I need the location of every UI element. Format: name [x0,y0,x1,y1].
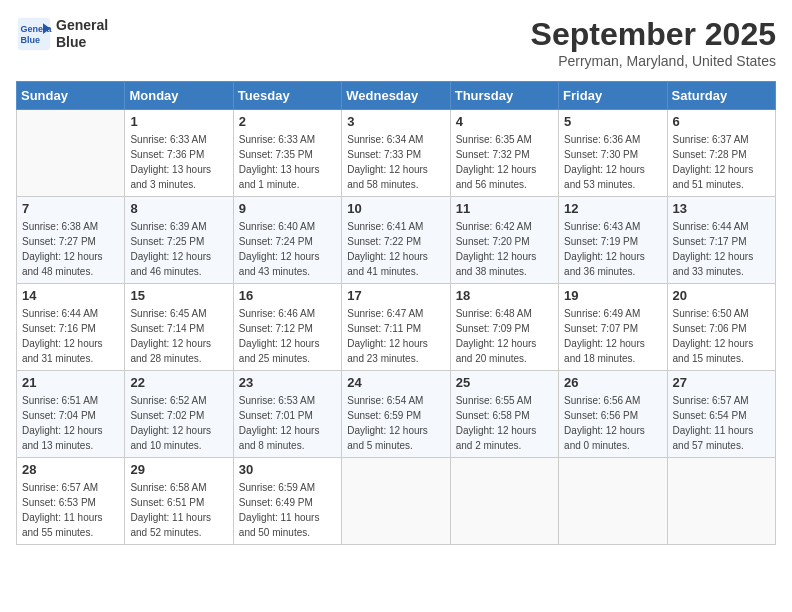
day-info: Sunrise: 6:50 AMSunset: 7:06 PMDaylight:… [673,306,770,366]
calendar-day-cell: 2Sunrise: 6:33 AMSunset: 7:35 PMDaylight… [233,110,341,197]
day-info: Sunrise: 6:39 AMSunset: 7:25 PMDaylight:… [130,219,227,279]
calendar-day-header: Sunday [17,82,125,110]
day-info: Sunrise: 6:54 AMSunset: 6:59 PMDaylight:… [347,393,444,453]
calendar-day-cell: 9Sunrise: 6:40 AMSunset: 7:24 PMDaylight… [233,197,341,284]
day-number: 17 [347,288,444,303]
calendar-day-cell: 23Sunrise: 6:53 AMSunset: 7:01 PMDayligh… [233,371,341,458]
day-number: 6 [673,114,770,129]
day-info: Sunrise: 6:43 AMSunset: 7:19 PMDaylight:… [564,219,661,279]
calendar-day-header: Monday [125,82,233,110]
day-info: Sunrise: 6:59 AMSunset: 6:49 PMDaylight:… [239,480,336,540]
calendar-day-cell: 24Sunrise: 6:54 AMSunset: 6:59 PMDayligh… [342,371,450,458]
calendar-day-header: Friday [559,82,667,110]
day-info: Sunrise: 6:36 AMSunset: 7:30 PMDaylight:… [564,132,661,192]
title-block: September 2025 Perryman, Maryland, Unite… [531,16,776,69]
calendar-table: SundayMondayTuesdayWednesdayThursdayFrid… [16,81,776,545]
calendar-day-header: Saturday [667,82,775,110]
calendar-day-cell: 27Sunrise: 6:57 AMSunset: 6:54 PMDayligh… [667,371,775,458]
logo: General Blue General Blue [16,16,108,52]
day-number: 22 [130,375,227,390]
calendar-week-row: 7Sunrise: 6:38 AMSunset: 7:27 PMDaylight… [17,197,776,284]
day-info: Sunrise: 6:42 AMSunset: 7:20 PMDaylight:… [456,219,553,279]
day-number: 14 [22,288,119,303]
calendar-week-row: 1Sunrise: 6:33 AMSunset: 7:36 PMDaylight… [17,110,776,197]
calendar-day-cell: 14Sunrise: 6:44 AMSunset: 7:16 PMDayligh… [17,284,125,371]
logo-text: General Blue [56,17,108,51]
day-info: Sunrise: 6:57 AMSunset: 6:54 PMDaylight:… [673,393,770,453]
day-number: 30 [239,462,336,477]
day-info: Sunrise: 6:44 AMSunset: 7:16 PMDaylight:… [22,306,119,366]
day-number: 23 [239,375,336,390]
day-info: Sunrise: 6:45 AMSunset: 7:14 PMDaylight:… [130,306,227,366]
calendar-day-cell [17,110,125,197]
day-info: Sunrise: 6:49 AMSunset: 7:07 PMDaylight:… [564,306,661,366]
calendar-day-cell: 30Sunrise: 6:59 AMSunset: 6:49 PMDayligh… [233,458,341,545]
day-number: 5 [564,114,661,129]
calendar-day-cell: 6Sunrise: 6:37 AMSunset: 7:28 PMDaylight… [667,110,775,197]
day-info: Sunrise: 6:35 AMSunset: 7:32 PMDaylight:… [456,132,553,192]
day-number: 21 [22,375,119,390]
day-info: Sunrise: 6:37 AMSunset: 7:28 PMDaylight:… [673,132,770,192]
logo-icon: General Blue [16,16,52,52]
day-number: 2 [239,114,336,129]
day-number: 18 [456,288,553,303]
day-number: 11 [456,201,553,216]
day-number: 12 [564,201,661,216]
day-info: Sunrise: 6:56 AMSunset: 6:56 PMDaylight:… [564,393,661,453]
calendar-week-row: 28Sunrise: 6:57 AMSunset: 6:53 PMDayligh… [17,458,776,545]
calendar-day-cell: 1Sunrise: 6:33 AMSunset: 7:36 PMDaylight… [125,110,233,197]
day-info: Sunrise: 6:41 AMSunset: 7:22 PMDaylight:… [347,219,444,279]
day-info: Sunrise: 6:44 AMSunset: 7:17 PMDaylight:… [673,219,770,279]
calendar-day-cell: 19Sunrise: 6:49 AMSunset: 7:07 PMDayligh… [559,284,667,371]
day-info: Sunrise: 6:46 AMSunset: 7:12 PMDaylight:… [239,306,336,366]
calendar-day-cell: 26Sunrise: 6:56 AMSunset: 6:56 PMDayligh… [559,371,667,458]
day-number: 8 [130,201,227,216]
day-number: 26 [564,375,661,390]
day-info: Sunrise: 6:33 AMSunset: 7:36 PMDaylight:… [130,132,227,192]
calendar-day-cell: 5Sunrise: 6:36 AMSunset: 7:30 PMDaylight… [559,110,667,197]
calendar-day-cell [450,458,558,545]
day-number: 24 [347,375,444,390]
calendar-day-cell: 28Sunrise: 6:57 AMSunset: 6:53 PMDayligh… [17,458,125,545]
month-title: September 2025 [531,16,776,53]
calendar-day-cell: 11Sunrise: 6:42 AMSunset: 7:20 PMDayligh… [450,197,558,284]
svg-text:Blue: Blue [21,35,41,45]
day-number: 1 [130,114,227,129]
day-info: Sunrise: 6:48 AMSunset: 7:09 PMDaylight:… [456,306,553,366]
day-info: Sunrise: 6:33 AMSunset: 7:35 PMDaylight:… [239,132,336,192]
day-number: 19 [564,288,661,303]
calendar-week-row: 21Sunrise: 6:51 AMSunset: 7:04 PMDayligh… [17,371,776,458]
page-header: General Blue General Blue September 2025… [16,16,776,69]
calendar-day-cell: 21Sunrise: 6:51 AMSunset: 7:04 PMDayligh… [17,371,125,458]
day-number: 27 [673,375,770,390]
calendar-day-cell: 18Sunrise: 6:48 AMSunset: 7:09 PMDayligh… [450,284,558,371]
calendar-day-cell: 15Sunrise: 6:45 AMSunset: 7:14 PMDayligh… [125,284,233,371]
calendar-day-header: Wednesday [342,82,450,110]
calendar-day-header: Thursday [450,82,558,110]
calendar-day-cell: 8Sunrise: 6:39 AMSunset: 7:25 PMDaylight… [125,197,233,284]
day-info: Sunrise: 6:55 AMSunset: 6:58 PMDaylight:… [456,393,553,453]
calendar-day-cell: 10Sunrise: 6:41 AMSunset: 7:22 PMDayligh… [342,197,450,284]
day-number: 15 [130,288,227,303]
day-info: Sunrise: 6:51 AMSunset: 7:04 PMDaylight:… [22,393,119,453]
day-number: 3 [347,114,444,129]
day-number: 4 [456,114,553,129]
calendar-header-row: SundayMondayTuesdayWednesdayThursdayFrid… [17,82,776,110]
calendar-day-cell: 29Sunrise: 6:58 AMSunset: 6:51 PMDayligh… [125,458,233,545]
day-number: 13 [673,201,770,216]
day-number: 20 [673,288,770,303]
calendar-day-cell: 4Sunrise: 6:35 AMSunset: 7:32 PMDaylight… [450,110,558,197]
calendar-day-cell [667,458,775,545]
day-number: 10 [347,201,444,216]
calendar-week-row: 14Sunrise: 6:44 AMSunset: 7:16 PMDayligh… [17,284,776,371]
day-info: Sunrise: 6:52 AMSunset: 7:02 PMDaylight:… [130,393,227,453]
calendar-day-cell: 7Sunrise: 6:38 AMSunset: 7:27 PMDaylight… [17,197,125,284]
calendar-day-cell: 16Sunrise: 6:46 AMSunset: 7:12 PMDayligh… [233,284,341,371]
calendar-day-cell: 22Sunrise: 6:52 AMSunset: 7:02 PMDayligh… [125,371,233,458]
calendar-day-cell [342,458,450,545]
calendar-day-header: Tuesday [233,82,341,110]
day-number: 7 [22,201,119,216]
day-info: Sunrise: 6:38 AMSunset: 7:27 PMDaylight:… [22,219,119,279]
day-info: Sunrise: 6:53 AMSunset: 7:01 PMDaylight:… [239,393,336,453]
calendar-day-cell: 17Sunrise: 6:47 AMSunset: 7:11 PMDayligh… [342,284,450,371]
